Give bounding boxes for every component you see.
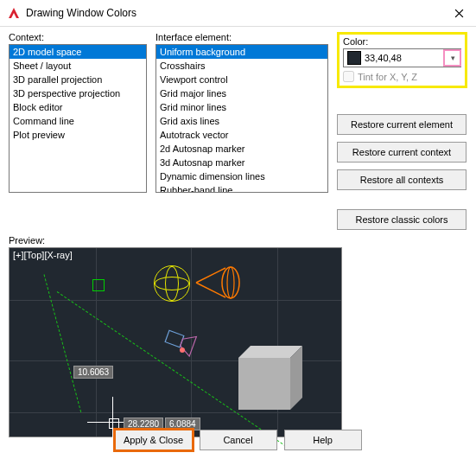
help-button[interactable]: Help [284, 430, 362, 450]
list-item[interactable]: Viewport control [156, 73, 327, 86]
tooltip-readout: 28.2280 [124, 418, 163, 430]
close-button[interactable] [441, 0, 476, 26]
restore-all-contexts-button[interactable]: Restore all contexts [337, 169, 466, 190]
autosnap-marker-icon [92, 279, 105, 291]
interface-listbox[interactable]: Uniform backgroundCrosshairsViewport con… [155, 44, 328, 193]
restore-current-element-button[interactable]: Restore current element [337, 114, 466, 135]
chevron-down-icon[interactable]: ▾ [444, 50, 460, 66]
list-item[interactable]: Autotrack vector [156, 128, 327, 142]
list-item[interactable]: Grid major lines [156, 86, 327, 100]
tint-xyz-row: Tint for X, Y, Z [343, 71, 461, 82]
svg-point-3 [180, 347, 185, 353]
list-item[interactable]: Rubber-band line [156, 183, 327, 193]
list-item[interactable]: Block editor [10, 100, 146, 114]
restore-classic-colors-button[interactable]: Restore classic colors [337, 209, 466, 230]
color-label: Color: [343, 36, 461, 47]
color-dropdown[interactable]: 33,40,48 ▾ [343, 48, 461, 67]
list-item[interactable]: Uniform background [156, 45, 327, 59]
app-logo-icon [7, 6, 21, 20]
context-label: Context: [9, 32, 147, 42]
shaded-cube-icon [238, 358, 290, 410]
camera-glyph-icon [163, 326, 198, 359]
svg-point-1 [227, 267, 234, 298]
list-item[interactable]: 2d Autosnap marker [156, 142, 327, 156]
apply-close-button[interactable]: Apply & Close [115, 430, 193, 450]
list-item[interactable]: Grid minor lines [156, 100, 327, 114]
svg-point-0 [222, 267, 239, 298]
cancel-button[interactable]: Cancel [200, 430, 277, 450]
tooltip-readout: 6.0884 [165, 418, 200, 430]
preview-viewport: [+][Top][X-ray] 10.6063 28.2280 6.088 [9, 247, 342, 437]
list-item[interactable]: Crosshairs [156, 59, 327, 73]
viewport-control-label: [+][Top][X-ray] [13, 250, 73, 260]
list-item[interactable]: 3d Autosnap marker [156, 156, 327, 169]
color-group-highlight: Color: 33,40,48 ▾ Tint for X, Y, Z [337, 32, 467, 88]
color-swatch [347, 51, 361, 65]
list-item[interactable]: 3D parallel projection [10, 73, 146, 86]
list-item[interactable]: 2D model space [10, 45, 146, 59]
wireframe-sphere-icon [154, 265, 190, 302]
preview-label: Preview: [9, 235, 467, 245]
list-item[interactable]: Grid axis lines [156, 114, 327, 128]
color-value: 33,40,48 [365, 53, 444, 63]
list-item[interactable]: Plot preview [10, 128, 146, 142]
context-listbox[interactable]: 2D model spaceSheet / layout3D parallel … [9, 44, 147, 193]
tint-xyz-label: Tint for X, Y, Z [358, 72, 417, 82]
list-item[interactable]: 3D perspective projection [10, 86, 146, 100]
tint-xyz-checkbox [343, 71, 354, 82]
list-item[interactable]: Sheet / layout [10, 59, 146, 73]
list-item[interactable]: Command line [10, 114, 146, 128]
restore-current-context-button[interactable]: Restore current context [337, 142, 466, 163]
tooltip-readout: 10.6063 [73, 366, 113, 379]
list-item[interactable]: Dynamic dimension lines [156, 169, 327, 183]
wireframe-cone-icon [194, 264, 241, 302]
window-title: Drawing Window Colors [26, 7, 441, 19]
interface-label: Interface element: [155, 32, 328, 42]
